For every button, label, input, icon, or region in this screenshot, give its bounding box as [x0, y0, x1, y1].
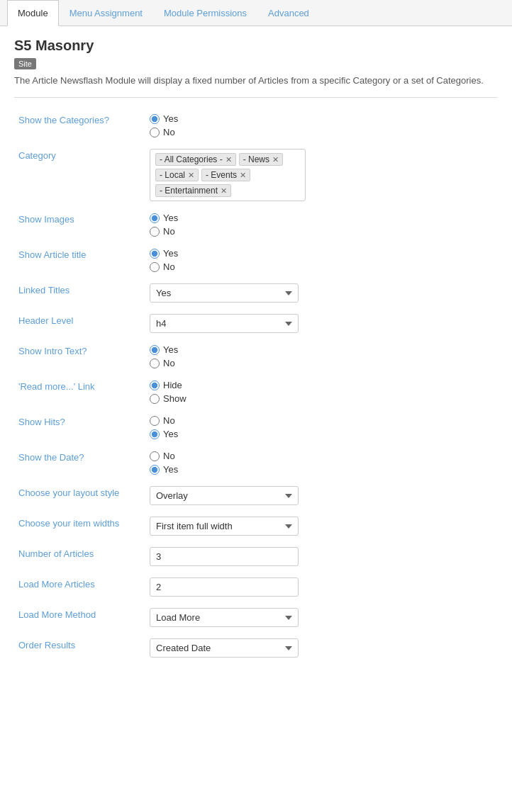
divider — [14, 97, 498, 98]
show-date-no-radio[interactable] — [150, 451, 160, 461]
order-results-row: Order Results Created Date Modified Date… — [14, 633, 498, 663]
category-label: Category — [14, 143, 145, 207]
category-tag-entertainment-text: - Entertainment — [160, 186, 218, 196]
show-images-no-radio[interactable] — [150, 227, 160, 237]
load-more-articles-label: Load More Articles — [14, 572, 145, 602]
read-more-show-radio[interactable] — [150, 394, 160, 404]
item-widths-label: Choose your item widths — [14, 511, 145, 541]
tab-advanced[interactable]: Advanced — [257, 0, 320, 26]
show-date-label: Show the Date? — [14, 445, 145, 480]
category-tag-local-remove[interactable]: ✕ — [188, 171, 194, 180]
show-categories-yes-label: Yes — [163, 113, 178, 124]
linked-titles-select[interactable]: Yes No — [150, 283, 299, 303]
show-categories-no-label: No — [163, 127, 175, 137]
show-date-yes-option[interactable]: Yes — [150, 464, 494, 475]
show-article-title-no-option[interactable]: No — [150, 261, 494, 272]
show-article-title-yes-label: Yes — [163, 248, 178, 259]
show-images-label: Show Images — [14, 207, 145, 242]
show-images-row: Show Images Yes No — [14, 207, 498, 242]
category-tag-all-remove[interactable]: ✕ — [226, 155, 232, 164]
show-hits-no-label: No — [163, 415, 175, 426]
category-row: Category - All Categories - ✕ - News ✕ -… — [14, 143, 498, 207]
tab-menu-assignment[interactable]: Menu Assignment — [59, 0, 153, 26]
tab-module-permissions[interactable]: Module Permissions — [153, 0, 257, 26]
show-categories-label: Show the Categories? — [14, 108, 145, 143]
category-tag-all[interactable]: - All Categories - ✕ — [155, 153, 236, 166]
show-images-no-option[interactable]: No — [150, 226, 494, 237]
read-more-show-label: Show — [163, 393, 187, 404]
show-article-title-label: Show Article title — [14, 242, 145, 278]
show-intro-no-radio[interactable] — [150, 359, 160, 368]
item-widths-select[interactable]: First item full width Equal widths — [150, 517, 299, 536]
show-images-no-label: No — [163, 226, 175, 237]
show-article-title-no-radio[interactable] — [150, 262, 160, 272]
show-intro-yes-option[interactable]: Yes — [150, 344, 494, 355]
tab-bar: Module Menu Assignment Module Permission… — [0, 0, 512, 26]
show-intro-label: Show Intro Text? — [14, 339, 145, 374]
show-date-no-option[interactable]: No — [150, 451, 494, 461]
show-article-title-row: Show Article title Yes No — [14, 242, 498, 278]
show-hits-no-radio[interactable] — [150, 416, 160, 426]
show-categories-row: Show the Categories? Yes No — [14, 108, 498, 143]
show-hits-radio-group: No Yes — [150, 415, 494, 439]
read-more-hide-label: Hide — [163, 380, 182, 390]
show-article-title-no-label: No — [163, 261, 175, 272]
linked-titles-row: Linked Titles Yes No — [14, 278, 498, 308]
show-intro-no-option[interactable]: No — [150, 358, 494, 368]
show-article-title-yes-radio[interactable] — [150, 249, 160, 259]
category-tag-all-text: - All Categories - — [160, 154, 223, 164]
header-level-select[interactable]: h1 h2 h3 h4 h5 h6 — [150, 314, 299, 333]
show-hits-label: Show Hits? — [14, 410, 145, 445]
read-more-hide-radio[interactable] — [150, 380, 160, 390]
show-hits-no-option[interactable]: No — [150, 415, 494, 426]
show-hits-yes-option[interactable]: Yes — [150, 429, 494, 439]
show-date-yes-label: Yes — [163, 464, 178, 475]
show-date-no-label: No — [163, 451, 175, 461]
read-more-row: 'Read more...' Link Hide Show — [14, 374, 498, 410]
read-more-hide-option[interactable]: Hide — [150, 380, 494, 390]
show-images-yes-option[interactable]: Yes — [150, 213, 494, 223]
show-intro-yes-radio[interactable] — [150, 345, 160, 355]
load-more-method-row: Load More Method Load More Infinite Scro… — [14, 602, 498, 633]
read-more-show-option[interactable]: Show — [150, 393, 494, 404]
show-categories-yes-option[interactable]: Yes — [150, 113, 494, 124]
show-categories-radio-group: Yes No — [150, 113, 494, 137]
order-results-select[interactable]: Created Date Modified Date Title Hits — [150, 638, 299, 658]
show-categories-no-option[interactable]: No — [150, 127, 494, 137]
show-hits-yes-label: Yes — [163, 429, 178, 439]
category-tag-entertainment-remove[interactable]: ✕ — [221, 186, 227, 196]
load-more-method-select[interactable]: Load More Infinite Scroll — [150, 608, 299, 627]
category-box[interactable]: - All Categories - ✕ - News ✕ - Local ✕ … — [150, 149, 306, 201]
category-tag-events[interactable]: - Events ✕ — [201, 169, 250, 181]
load-more-articles-row: Load More Articles — [14, 572, 498, 602]
show-hits-yes-radio[interactable] — [150, 429, 160, 439]
show-categories-no-radio[interactable] — [150, 128, 160, 137]
num-articles-input[interactable] — [150, 547, 299, 566]
category-tag-events-remove[interactable]: ✕ — [240, 171, 246, 180]
show-intro-radio-group: Yes No — [150, 344, 494, 368]
category-tag-entertainment[interactable]: - Entertainment ✕ — [155, 184, 231, 197]
category-tag-local[interactable]: - Local ✕ — [155, 169, 199, 181]
show-images-yes-radio[interactable] — [150, 213, 160, 223]
show-date-yes-radio[interactable] — [150, 465, 160, 475]
order-results-label: Order Results — [14, 633, 145, 663]
layout-style-select[interactable]: Overlay Standard — [150, 486, 299, 505]
show-images-radio-group: Yes No — [150, 213, 494, 237]
show-hits-row: Show Hits? No Yes — [14, 410, 498, 445]
category-tag-news-text: - News — [243, 154, 269, 164]
settings-form: Show the Categories? Yes No Category — [14, 108, 498, 663]
layout-style-label: Choose your layout style — [14, 480, 145, 511]
num-articles-label: Number of Articles — [14, 541, 145, 572]
module-description: The Article Newsflash Module will displa… — [14, 75, 498, 86]
category-tag-news[interactable]: - News ✕ — [239, 153, 283, 166]
num-articles-row: Number of Articles — [14, 541, 498, 572]
show-images-yes-label: Yes — [163, 213, 178, 223]
read-more-radio-group: Hide Show — [150, 380, 494, 404]
category-tag-news-remove[interactable]: ✕ — [272, 155, 279, 164]
tab-module[interactable]: Module — [7, 0, 59, 26]
load-more-articles-input[interactable] — [150, 577, 299, 597]
item-widths-row: Choose your item widths First item full … — [14, 511, 498, 541]
show-categories-yes-radio[interactable] — [150, 114, 160, 124]
show-article-title-yes-option[interactable]: Yes — [150, 248, 494, 259]
show-intro-yes-label: Yes — [163, 344, 178, 355]
